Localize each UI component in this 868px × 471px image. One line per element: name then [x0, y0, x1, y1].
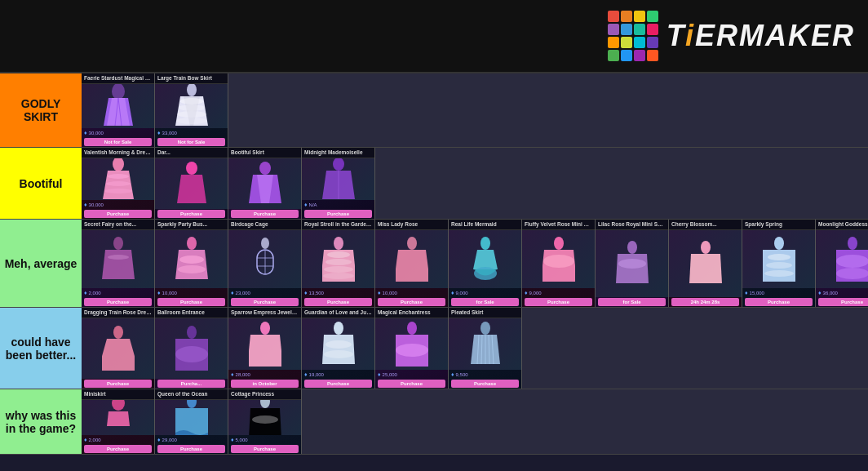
purchase-button[interactable]: Purchase	[84, 298, 152, 306]
list-item[interactable]: Miss Lady Rose ♦ 10,000 Purchase	[375, 220, 449, 307]
list-item[interactable]: Magical Enchantress ♦ 25,000 Purchase	[375, 308, 449, 389]
dress-icon	[249, 237, 281, 282]
item-name: Magical Enchantress	[375, 308, 448, 318]
tier-row-why: why was this in the game? Miniskirt ♦ 2,…	[0, 389, 868, 455]
tier-row-godly: GODLY SKIRT Faerie Stardust Magical Skir…	[0, 73, 868, 148]
list-item[interactable]: Royal Stroll in the Garden... ♦ 13,500 P…	[302, 220, 375, 307]
svg-point-45	[480, 237, 490, 250]
logo-cell	[608, 24, 619, 35]
purchase-button[interactable]: for Sale	[451, 298, 519, 306]
list-item[interactable]: Moonlight Goddess Ultimate P... ♦ 36,000…	[816, 220, 868, 307]
list-item[interactable]: Sparrow Empress Jeweled S... ♦ 28,000 in…	[228, 308, 302, 389]
purchase-button[interactable]: Purchase	[378, 380, 445, 388]
logo-cell	[647, 24, 658, 35]
purchase-button[interactable]: Purchase	[378, 298, 445, 306]
dress-icon	[616, 241, 649, 286]
purchase-button[interactable]: Purchase	[451, 380, 519, 388]
list-item[interactable]: Faerie Stardust Magical Skirt ♦ 30,000	[82, 73, 155, 147]
logo-cell	[647, 50, 658, 61]
item-image	[449, 318, 521, 370]
item-image	[522, 230, 595, 288]
item-image	[375, 230, 448, 288]
list-item[interactable]: Guardian of Love and Just... ♦ 19,000 Pu…	[302, 308, 375, 389]
list-item[interactable]: Sparkly Party Bus... ♦ 10,000 Purchase	[155, 220, 228, 307]
purchase-button[interactable]: Purchase	[304, 380, 372, 388]
purchase-button[interactable]: Not for Sale	[157, 138, 225, 146]
purchase-button[interactable]: Purchase	[157, 298, 225, 306]
list-item[interactable]: Cherry Blossom... 24h 24m 28s	[669, 220, 742, 307]
logo-cell	[608, 11, 619, 22]
list-item[interactable]: Bootiful Skirt Purchase	[228, 148, 302, 219]
purchase-button[interactable]: 24h 24m 28s	[671, 298, 739, 306]
svg-point-5	[187, 84, 197, 97]
item-image	[302, 318, 374, 370]
logo-cell	[621, 24, 632, 35]
purchase-button[interactable]: Purchase	[84, 445, 152, 453]
list-item[interactable]: Ballroom Entrance Purcha...	[155, 308, 228, 389]
item-image	[155, 158, 228, 209]
purchase-button[interactable]: Purchase	[231, 298, 299, 306]
purchase-button[interactable]: Purchase	[304, 210, 372, 218]
svg-point-40	[326, 259, 352, 265]
list-item[interactable]: Fluffy Velvet Rose Mini Skirt ♦ 9,000 Pu…	[522, 220, 596, 307]
purchase-button[interactable]: Purchase	[304, 298, 372, 306]
item-name: Sparrow Empress Jeweled S...	[228, 308, 301, 318]
list-item[interactable]: Lilac Rose Royal Mini Skirt for Sale	[596, 220, 669, 307]
svg-point-16	[104, 189, 132, 193]
purchase-button[interactable]: Purchase	[84, 380, 152, 388]
logo-cell	[647, 11, 658, 22]
list-item[interactable]: Birdcage Cage ♦ 23,000 Purchase	[228, 220, 302, 307]
list-item[interactable]: Cottage Princess ♦ 5,000 Purchase	[228, 389, 302, 454]
purchase-button[interactable]: Purchase	[231, 210, 299, 218]
svg-point-8	[180, 98, 203, 104]
item-name: Sparkly Party Bus...	[155, 220, 228, 230]
list-item[interactable]: Queen of the Ocean ♦ 29,000 Purchase	[155, 389, 228, 454]
tier-row-couldbe: could have been better... Dragging Train…	[0, 308, 868, 389]
purchase-button[interactable]: Purchase	[84, 210, 152, 218]
item-price: ♦ 10,000	[375, 288, 448, 297]
list-item[interactable]: Dar... Purchase	[155, 148, 228, 219]
item-image	[155, 318, 228, 379]
svg-point-76	[407, 322, 417, 335]
svg-marker-71	[249, 335, 281, 367]
purchase-button[interactable]: Purchase	[525, 298, 592, 306]
svg-marker-29	[175, 250, 208, 279]
tier-label-why: why was this in the game?	[0, 389, 82, 454]
purchase-button[interactable]: Purchase	[818, 298, 868, 306]
list-item[interactable]: Midnight Mademoiselle ♦ N/A Purchase	[302, 148, 375, 219]
list-item[interactable]: Secret Fairy on the... ♦ 2,000 Purchase	[82, 220, 155, 307]
svg-point-28	[187, 237, 197, 250]
purchase-button[interactable]: Purchase	[157, 210, 225, 218]
list-item[interactable]: Valentish Morning & Dream... ♦ 30,000	[82, 148, 155, 219]
purchase-button[interactable]: in October	[231, 380, 299, 388]
tiers-container: GODLY SKIRT Faerie Stardust Magical Skir…	[0, 73, 868, 471]
list-item[interactable]: Real Life Mermaid ♦ 9,000 for Sale	[449, 220, 522, 307]
tier-items-couldbe: Dragging Train Rose Dress Purchase Ballr…	[82, 308, 868, 389]
item-image	[155, 400, 228, 435]
dress-icon	[249, 322, 281, 367]
list-item[interactable]: Dragging Train Rose Dress Purchase	[82, 308, 155, 389]
purchase-button[interactable]: Purchase	[231, 445, 299, 453]
purchase-button[interactable]: Purchase	[745, 298, 813, 306]
list-item[interactable]: Miniskirt ♦ 2,000 Purchase	[82, 389, 155, 454]
purchase-button[interactable]: Purcha...	[157, 380, 225, 388]
item-price: ♦ 29,000	[155, 435, 228, 444]
item-name: Midnight Mademoiselle	[302, 148, 374, 158]
list-item[interactable]: Large Train Bow Skirt ♦	[155, 73, 228, 147]
list-item[interactable]: Sparkly Spring ♦ 15,000 Purchase	[742, 220, 816, 307]
item-image	[82, 158, 154, 200]
app-layout: TiERMAKER GODLY SKIRT Faerie Stardust Ma…	[0, 0, 868, 471]
dress-icon	[469, 237, 502, 282]
svg-point-70	[260, 322, 270, 335]
purchase-button[interactable]: Not for Sale	[84, 138, 152, 146]
svg-marker-55	[689, 254, 722, 283]
item-name: Sparkly Spring	[742, 220, 815, 230]
svg-marker-44	[396, 250, 428, 282]
item-price: ♦ 10,000	[155, 288, 228, 297]
svg-point-75	[324, 350, 353, 358]
purchase-button[interactable]: for Sale	[598, 298, 666, 306]
list-item[interactable]: Pleated Skirt ♦ 9,500 Purch	[449, 308, 522, 389]
dress-icon	[102, 84, 135, 128]
svg-point-88	[187, 400, 197, 408]
purchase-button[interactable]: Purchase	[157, 445, 225, 453]
